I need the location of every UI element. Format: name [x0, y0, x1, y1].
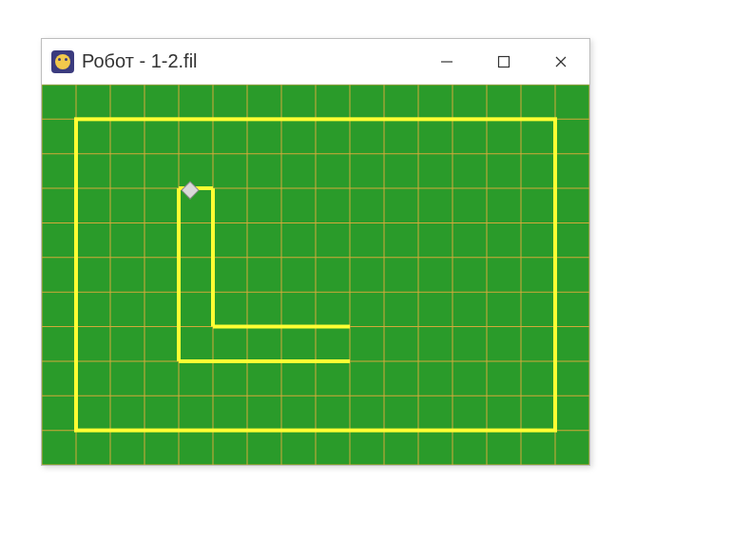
maximize-button[interactable]	[475, 39, 532, 84]
robot-app-icon	[51, 50, 74, 73]
window-controls	[418, 39, 589, 84]
close-button[interactable]	[532, 39, 589, 84]
maximize-icon	[497, 55, 510, 68]
robot-field[interactable]	[42, 85, 589, 465]
robot-marker	[182, 182, 199, 199]
app-window: Робот - 1-2.fil	[41, 38, 590, 466]
minimize-icon	[440, 55, 453, 68]
close-icon	[554, 55, 568, 68]
minimize-button[interactable]	[418, 39, 475, 84]
titlebar[interactable]: Робот - 1-2.fil	[42, 39, 589, 85]
svg-rect-1	[499, 56, 510, 67]
field-canvas	[42, 85, 589, 465]
window-title: Робот - 1-2.fil	[82, 50, 198, 72]
